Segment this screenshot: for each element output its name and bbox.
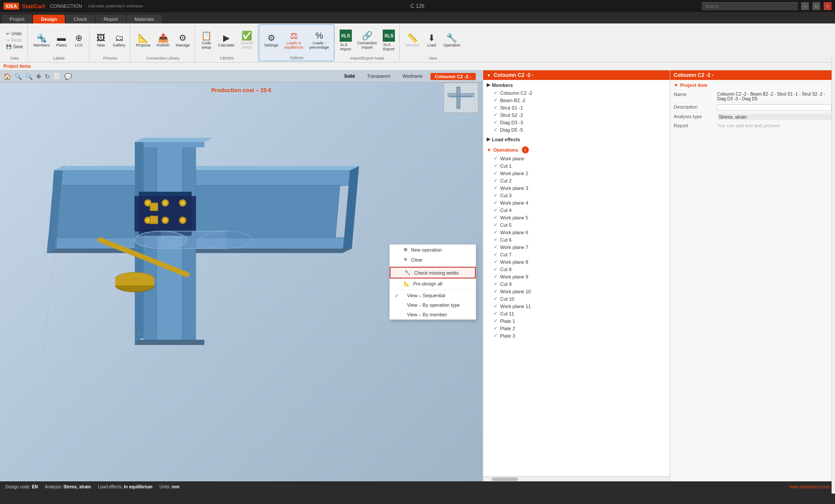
list-item[interactable]: ✓ Cut 4 <box>483 206 670 214</box>
list-item[interactable]: ✓ Work plane 9 <box>483 273 670 280</box>
loads-equilibrium-button[interactable]: ⚖ Loads inequilibrium <box>282 30 306 51</box>
tab-materials[interactable]: Materials <box>127 15 162 23</box>
save-button[interactable]: 💾 Save <box>4 44 25 50</box>
status-website-link[interactable]: www.ideastatica.com <box>789 484 830 489</box>
list-item[interactable]: ✓ Work plane 5 <box>483 214 670 221</box>
publish-icon: 📤 <box>158 33 169 42</box>
tab-project[interactable]: Project <box>2 15 32 23</box>
list-item[interactable]: ✓ Diag D5 -5 <box>483 126 670 133</box>
ctx-new-operation[interactable]: ⊕ New operation <box>390 245 476 255</box>
list-item[interactable]: ✓ Work plane <box>483 155 670 162</box>
ctx-view-sequential[interactable]: ✓ View – Sequential <box>390 291 476 300</box>
list-item[interactable]: ✓ Work plane 10 <box>483 288 670 295</box>
list-item[interactable]: ✓ Cut 10 <box>483 295 670 302</box>
list-item[interactable]: ✓ Cut 11 <box>483 310 670 317</box>
list-item[interactable]: ✓ Coloumn C2 -2 <box>483 89 670 96</box>
list-item[interactable]: ✓ Plate 2 <box>483 325 670 332</box>
ctx-view-by-operation[interactable]: View – By operation type <box>390 300 476 310</box>
ctx-check-missing-welds[interactable]: 🔧 Check missing welds <box>390 267 476 279</box>
list-item[interactable]: ✓ Cut 9 <box>483 280 670 288</box>
ctx-view-by-member[interactable]: View – By member <box>390 310 476 319</box>
settings-button[interactable]: ⚙ Settings <box>262 32 281 49</box>
zoom-fit-icon[interactable]: 🔍 <box>14 73 22 80</box>
annotation-icon[interactable]: 💬 <box>64 73 72 80</box>
load-button[interactable]: ⬇ Load <box>424 32 439 49</box>
undo-label: Undo <box>11 31 22 36</box>
connection-import-button[interactable]: 🔗 ConnectionImport <box>355 30 380 51</box>
list-item[interactable]: ✓ Cut 3 <box>483 192 670 199</box>
load-effects-header[interactable]: ▶ Load effects <box>483 135 670 143</box>
description-input[interactable] <box>717 104 832 111</box>
rotate-icon[interactable]: ↻ <box>45 73 50 80</box>
scroll-thumb[interactable] <box>492 477 518 481</box>
tab-check[interactable]: Check <box>66 15 95 23</box>
ribbon-group-import-export: XLS XLSImport 🔗 ConnectionImport XLS XLS… <box>335 24 400 61</box>
list-item[interactable]: ✓ Plate 1 <box>483 317 670 325</box>
member-button[interactable]: 📏 Member <box>403 32 422 49</box>
tab-design[interactable]: Design <box>33 15 65 23</box>
fit-icon[interactable]: ⬜ <box>53 73 61 80</box>
list-item[interactable]: ✓ Cut 5 <box>483 221 670 229</box>
tab-report[interactable]: Report <box>96 15 126 23</box>
props-section-label: Project item <box>680 83 708 88</box>
maximize-button[interactable]: □ <box>812 2 820 10</box>
titlebar: IDEA StatiCa® CONNECTION Calculate yeste… <box>0 0 835 12</box>
svg-point-25 <box>146 201 150 205</box>
loads-percentage-button[interactable]: % Loads -percentage <box>307 30 331 51</box>
operation-button[interactable]: 🔧 Operation <box>441 32 463 49</box>
lcs-button[interactable]: ⊕ LCS <box>71 32 87 49</box>
plates-label: Plates <box>56 43 67 47</box>
list-item[interactable]: ✓ Plate 3 <box>483 332 670 339</box>
resize-handle[interactable] <box>832 70 835 481</box>
zoom-icon[interactable]: 🔍 <box>25 73 33 80</box>
code-setup-button[interactable]: 📋 Codesetup <box>198 30 214 51</box>
list-item[interactable]: ✓ Work plane 3 <box>483 184 670 192</box>
project-bar: Project items <box>0 63 835 70</box>
gallery-button[interactable]: 🗂 Gallery <box>110 32 127 49</box>
redo-button[interactable]: ↪ Redo <box>4 37 23 43</box>
list-item[interactable]: ✓ Cut 8 <box>483 265 670 273</box>
pan-icon[interactable]: ✥ <box>36 73 41 80</box>
list-item[interactable]: ✓ Cut 2 <box>483 177 670 184</box>
wireframe-mode-button[interactable]: Wireframe <box>398 73 427 80</box>
calculate-button[interactable]: ▶ Calculate <box>216 32 237 49</box>
close-button[interactable]: × <box>824 2 832 10</box>
ctx-pre-design-all[interactable]: 📐 Pre-design all <box>390 279 476 288</box>
scrollbar[interactable] <box>483 476 670 481</box>
list-item[interactable]: ✓ Work plane 8 <box>483 258 670 265</box>
list-item[interactable]: ✓ Work plane 6 <box>483 229 670 236</box>
solid-mode-button[interactable]: Solid <box>340 73 359 80</box>
members-section-header[interactable]: ▶ Members <box>483 81 670 89</box>
list-item[interactable]: ✓ Work plane 4 <box>483 199 670 206</box>
list-item[interactable]: ✓ Strut S2 -2 <box>483 111 670 119</box>
xls-export-button[interactable]: XLS XLSExport <box>381 29 397 52</box>
list-item[interactable]: ✓ Beam B2 -2 <box>483 96 670 104</box>
list-item[interactable]: ✓ Work plane 7 <box>483 243 670 251</box>
list-item[interactable]: ✓ Cut 7 <box>483 251 670 258</box>
list-item[interactable]: ✓ Work plane 11 <box>483 302 670 310</box>
ribbon: ↩ Undo ↪ Redo 💾 Save Data 🔩 Members ▬ Pl… <box>0 23 835 63</box>
svg-marker-9 <box>47 249 352 253</box>
operations-section-header[interactable]: ▼ Operations ! <box>483 145 670 155</box>
publish-button[interactable]: 📤 Publish <box>154 32 172 49</box>
check-icon: ✓ <box>494 244 498 250</box>
list-item[interactable]: ✓ Work plane 2 <box>483 169 670 177</box>
minimize-button[interactable]: − <box>801 2 809 10</box>
list-item[interactable]: ✓ Diag D3 -3 <box>483 119 670 126</box>
plates-button[interactable]: ▬ Plates <box>53 32 69 49</box>
ctx-clear[interactable]: ✕ Clear <box>390 255 476 265</box>
search-input[interactable] <box>702 2 798 10</box>
xls-import-button[interactable]: XLS XLSImport <box>338 29 354 52</box>
manage-button[interactable]: ⚙ Manage <box>174 32 192 49</box>
new-picture-button[interactable]: 🖼 New <box>93 32 109 49</box>
list-item[interactable]: ✓ Cut 1 <box>483 162 670 169</box>
list-item[interactable]: ✓ Strut S1 -1 <box>483 104 670 111</box>
propose-button[interactable]: 📐 Propose <box>134 32 153 49</box>
overall-check-button[interactable]: ✅ Overallcheck <box>238 30 255 51</box>
transparent-mode-button[interactable]: Transparent <box>363 73 395 80</box>
home-icon[interactable]: 🏠 <box>3 73 11 80</box>
undo-button[interactable]: ↩ Undo <box>4 31 23 36</box>
list-item[interactable]: ✓ Cut 6 <box>483 236 670 243</box>
members-button[interactable]: 🔩 Members <box>31 32 52 49</box>
production-cost: Production cost – 25 € <box>211 87 272 93</box>
